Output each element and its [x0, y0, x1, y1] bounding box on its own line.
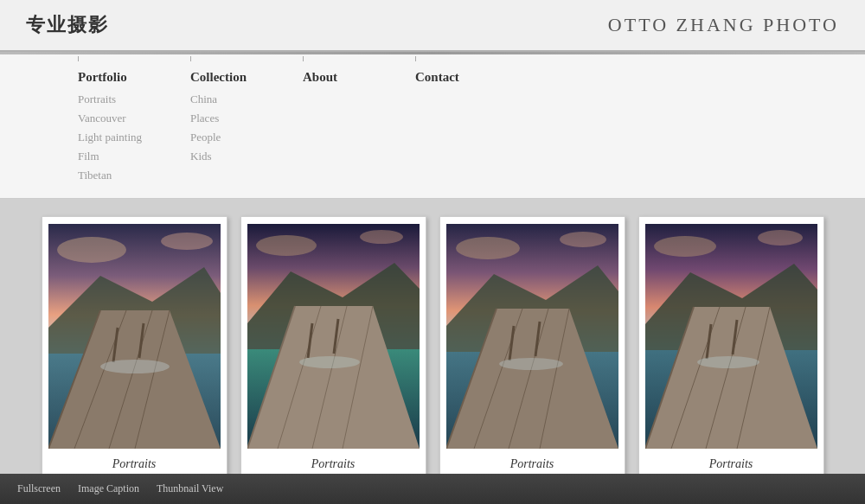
photo-image-1 — [48, 224, 221, 449]
navigation: Portfolio Portraits Vancouver Light pain… — [0, 61, 865, 199]
nav-tick-3 — [303, 56, 304, 61]
svg-point-50 — [654, 236, 716, 257]
photo-image-3 — [446, 224, 618, 449]
nav-sub-places[interactable]: Places — [190, 109, 303, 128]
nav-sub-china[interactable]: China — [190, 90, 303, 109]
main-content: Portraits — [0, 199, 865, 500]
nav-portfolio: Portfolio Portraits Vancouver Light pain… — [78, 70, 190, 185]
nav-tick-1 — [78, 56, 79, 61]
svg-point-37 — [456, 237, 520, 259]
nav-sub-film[interactable]: Film — [78, 147, 190, 166]
photo-card-4[interactable]: Portraits — [638, 216, 824, 482]
svg-point-25 — [360, 230, 403, 244]
photo-card-1[interactable]: Portraits — [42, 216, 227, 482]
nav-collection-label[interactable]: Collection — [190, 70, 303, 85]
photo-caption-2: Portraits — [311, 457, 356, 471]
svg-point-36 — [499, 358, 563, 370]
nav-collection: Collection China Places People Kids — [190, 70, 303, 166]
svg-point-12 — [161, 233, 213, 250]
photo-card-3[interactable]: Portraits — [439, 216, 625, 482]
nav-sub-people[interactable]: People — [190, 128, 303, 147]
site-logo[interactable]: 专业摄影 — [26, 12, 109, 38]
toolbar-thumbnail-view[interactable]: Thunbnail View — [157, 482, 223, 495]
bottom-toolbar: Fullscreen Image Caption Thunbnail View — [0, 474, 865, 504]
svg-point-23 — [299, 356, 360, 368]
photo-caption-1: Portraits — [112, 457, 157, 471]
photo-image-4 — [645, 224, 817, 449]
nav-tick-4 — [415, 56, 416, 61]
nav-about-label[interactable]: About — [303, 70, 415, 85]
toolbar-image-caption[interactable]: Image Caption — [78, 482, 139, 495]
nav-about: About — [303, 70, 415, 90]
photo-caption-4: Portraits — [709, 457, 753, 471]
svg-point-51 — [758, 230, 803, 246]
site-title: OTTO ZHANG PHOTO — [608, 14, 839, 36]
svg-point-49 — [697, 356, 759, 368]
photo-caption-3: Portraits — [510, 457, 554, 471]
nav-portfolio-label[interactable]: Portfolio — [78, 70, 190, 85]
nav-sub-portraits[interactable]: Portraits — [78, 90, 190, 109]
nav-sub-kids[interactable]: Kids — [190, 147, 303, 166]
nav-contact-label[interactable]: Contact — [415, 70, 528, 85]
nav-ticks — [0, 54, 865, 61]
photo-image-2 — [247, 224, 420, 449]
svg-point-24 — [256, 235, 317, 256]
photo-card-2[interactable]: Portraits — [240, 216, 426, 482]
header: 专业摄影 OTTO ZHANG PHOTO — [0, 0, 865, 52]
nav-sub-vancouver[interactable]: Vancouver — [78, 109, 190, 128]
nav-contact: Contact — [415, 70, 528, 90]
toolbar-fullscreen[interactable]: Fullscreen — [17, 482, 61, 495]
svg-point-11 — [57, 237, 126, 263]
nav-sub-tibetan[interactable]: Tibetan — [78, 166, 190, 185]
svg-point-38 — [560, 232, 606, 247]
nav-tick-2 — [190, 56, 191, 61]
nav-sub-light-painting[interactable]: Light painting — [78, 128, 190, 147]
svg-point-10 — [100, 360, 170, 373]
